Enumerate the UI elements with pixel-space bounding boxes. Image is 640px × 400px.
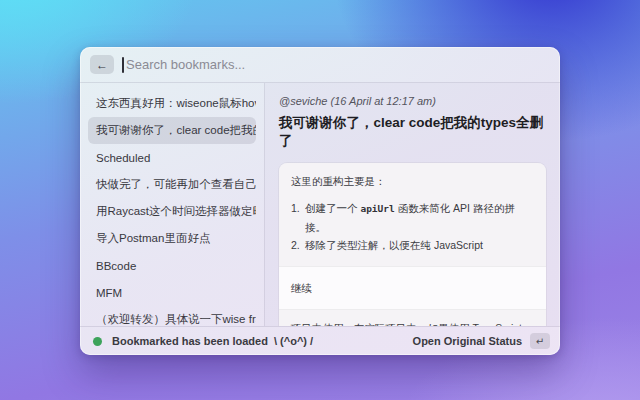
inline-code: apiUrl [360,203,394,214]
list-marker: 2. [291,236,305,255]
list-marker: 1. [291,199,305,236]
main-content: 这东西真好用：wiseone鼠标hover到... 我可谢谢你了，clear c… [80,83,560,326]
list-item[interactable]: 用Raycast这个时间选择器做定时很方... [88,198,256,225]
search-input[interactable] [124,57,550,72]
card-section-continuation: 项目中使用。在实际项目中，如果使用 TypeScript，可以保留类型注解以提高… [279,310,546,326]
open-original-status-action[interactable]: Open Original Status [413,335,522,347]
enter-key-icon: ↵ [530,333,550,349]
bookmark-list: 这东西真好用：wiseone鼠标hover到... 我可谢谢你了，clear c… [80,83,264,326]
extension-status-dot-icon [93,337,102,346]
back-arrow-icon: ← [96,59,108,71]
status-title: 我可谢谢你了，clear code把我的types全删了 [279,114,546,150]
card-section-reply: 继续 [279,266,546,310]
detail-panel: @seviche (16 April at 12:17 am) 我可谢谢你了，c… [265,83,560,326]
list-text: 创建了一个 apiUrl 函数来简化 API 路径的拼接。 [305,199,534,236]
list-item[interactable]: MFM [88,279,256,306]
search-input-wrap [122,47,550,82]
search-bar: ← [80,47,560,83]
list-item[interactable]: Scheduled [88,144,256,171]
list-item[interactable]: 导入Postman里面好点 [88,225,256,252]
card-section-refactor: 这里的重构主要是： 1. 创建了一个 apiUrl 函数来简化 API 路径的拼… [279,163,546,266]
status-author-meta: @seviche (16 April at 12:17 am) [279,95,546,107]
card-intro-text: 这里的重构主要是： [291,172,534,190]
footer-status-text: Bookmarked has been loaded \ (^o^) / [112,335,313,347]
list-item[interactable]: 快做完了，可能再加个查看自己贴文的... [88,171,256,198]
bookmark-search-window: ← 这东西真好用：wiseone鼠标hover到... 我可谢谢你了，clear… [80,47,560,355]
ordered-list-item: 2. 移除了类型注解，以便在纯 JavaScript [291,236,534,255]
status-content-card: 这里的重构主要是： 1. 创建了一个 apiUrl 函数来简化 API 路径的拼… [279,163,546,326]
list-item[interactable]: BBcode [88,252,256,279]
back-button[interactable]: ← [90,55,114,74]
list-item[interactable]: 这东西真好用：wiseone鼠标hover到... [88,90,256,117]
action-bar: Bookmarked has been loaded \ (^o^) / Ope… [80,326,560,355]
list-item-selected[interactable]: 我可谢谢你了，clear code把我的type... [88,117,256,144]
ordered-list-item: 1. 创建了一个 apiUrl 函数来简化 API 路径的拼接。 [291,199,534,236]
list-text: 移除了类型注解，以便在纯 JavaScript [305,236,483,255]
